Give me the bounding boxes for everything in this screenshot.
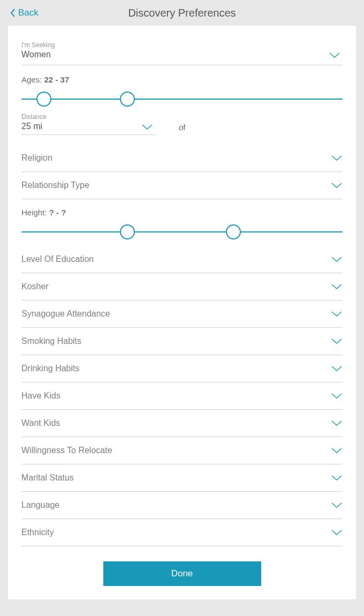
pref-smoking[interactable]: Smoking Habits — [21, 328, 343, 355]
pref-marital[interactable]: Marital Status — [21, 464, 343, 492]
chevron-down-icon — [331, 365, 343, 372]
pref-label: Language — [21, 500, 59, 510]
chevron-down-icon — [331, 256, 343, 262]
ages-section: Ages: 22 - 37 — [21, 70, 343, 107]
distance-select[interactable]: Distance 25 mi — [21, 113, 155, 135]
pref-label: Level Of Education — [21, 254, 94, 264]
pref-language[interactable]: Language — [21, 492, 343, 519]
pref-religion[interactable]: Religion — [21, 145, 343, 172]
pref-relationship-type[interactable]: Relationship Type — [21, 172, 343, 199]
pref-label: Smoking Habits — [21, 336, 81, 346]
pref-label: Kosher — [21, 282, 49, 291]
ages-value: 22 - 37 — [44, 75, 70, 84]
chevron-down-icon — [331, 338, 343, 344]
pref-label: Marital Status — [21, 473, 74, 483]
prefs-group-2: Level Of EducationKosherSynagogue Attend… — [21, 246, 343, 546]
pref-ethnicity[interactable]: Ethnicity — [21, 519, 343, 546]
pref-want-kids[interactable]: Want Kids — [21, 410, 343, 437]
slider-handle-min[interactable] — [36, 92, 51, 107]
pref-label: Willingness To Relocate — [21, 446, 112, 455]
pref-label: Want Kids — [21, 418, 60, 428]
pref-synagogue[interactable]: Synagogue Attendance — [21, 301, 343, 328]
back-button[interactable]: Back — [10, 7, 39, 18]
slider-handle-max[interactable] — [120, 92, 135, 107]
chevron-down-icon — [331, 393, 343, 399]
chevron-down-icon — [331, 420, 343, 426]
pref-label: Ethnicity — [21, 528, 54, 537]
pref-kosher[interactable]: Kosher — [21, 273, 343, 301]
page-title: Discovery Preferences — [128, 7, 236, 19]
distance-value: 25 mi — [21, 122, 155, 131]
pref-label: Relationship Type — [21, 181, 89, 190]
distance-label: Distance — [21, 113, 155, 121]
chevron-down-icon — [331, 475, 343, 481]
chevron-down-icon — [331, 283, 343, 290]
preferences-card: I'm Seeking Women Ages: 22 - 37 Distance… — [8, 26, 356, 599]
ages-slider[interactable] — [21, 92, 343, 107]
pref-education[interactable]: Level Of Education — [21, 246, 343, 273]
pref-drinking[interactable]: Drinking Habits — [21, 355, 343, 382]
slider-track — [21, 231, 343, 232]
pref-have-kids[interactable]: Have Kids — [21, 382, 343, 410]
seeking-select[interactable]: I'm Seeking Women — [21, 36, 343, 65]
slider-handle-min[interactable] — [120, 224, 135, 239]
pref-label: Drinking Habits — [21, 364, 79, 373]
chevron-down-icon — [329, 52, 340, 58]
chevron-down-icon — [331, 311, 343, 317]
chevron-down-icon — [331, 502, 343, 508]
of-text: of — [179, 123, 186, 135]
height-slider[interactable] — [21, 224, 343, 239]
seeking-value: Women — [21, 50, 343, 59]
pref-relocate[interactable]: Willingness To Relocate — [21, 437, 343, 464]
prefs-group-1: ReligionRelationship Type — [21, 145, 343, 199]
done-button[interactable]: Done — [103, 561, 261, 586]
slider-track — [21, 99, 343, 100]
back-label: Back — [18, 7, 39, 18]
chevron-down-icon — [331, 529, 343, 536]
distance-row: Distance 25 mi of — [21, 113, 343, 135]
height-section: Height: ? - ? — [21, 199, 343, 239]
header: Back Discovery Preferences — [0, 0, 364, 26]
chevron-down-icon — [331, 182, 343, 189]
seeking-label: I'm Seeking — [21, 41, 343, 49]
pref-label: Synagogue Attendance — [21, 309, 110, 319]
chevron-down-icon — [331, 447, 343, 454]
ages-label: Ages: 22 - 37 — [21, 75, 343, 84]
pref-label: Have Kids — [21, 391, 60, 401]
slider-handle-max[interactable] — [226, 224, 241, 239]
chevron-down-icon — [141, 124, 153, 130]
chevron-down-icon — [331, 155, 343, 161]
pref-label: Religion — [21, 153, 52, 163]
height-value: ? - ? — [49, 208, 66, 217]
height-label: Height: ? - ? — [21, 208, 343, 217]
chevron-left-icon — [10, 8, 16, 18]
